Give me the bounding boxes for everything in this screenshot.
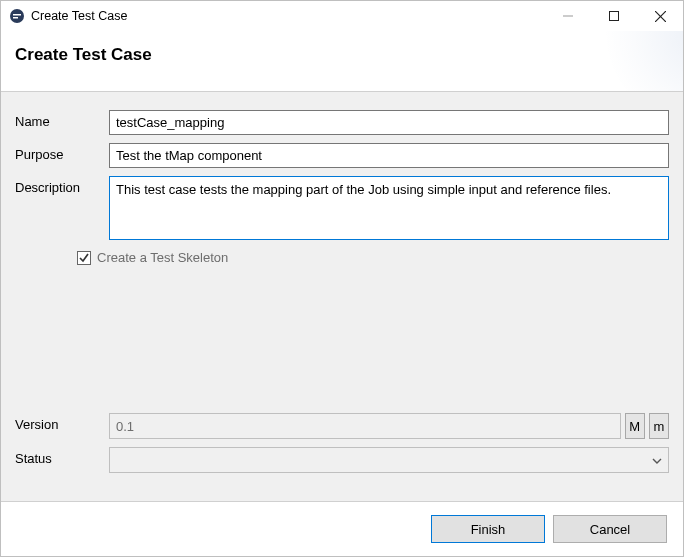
cancel-button[interactable]: Cancel (553, 515, 667, 543)
version-major-button[interactable]: M (625, 413, 645, 439)
header-decoration (573, 31, 683, 91)
dialog-heading: Create Test Case (15, 45, 665, 65)
svg-rect-4 (610, 12, 619, 21)
svg-rect-2 (13, 17, 18, 19)
finish-button[interactable]: Finish (431, 515, 545, 543)
version-input (109, 413, 621, 439)
version-minor-button[interactable]: m (649, 413, 669, 439)
label-version: Version (15, 413, 109, 432)
window-controls (545, 1, 683, 31)
dialog-header: Create Test Case (1, 31, 683, 91)
button-bar: Finish Cancel (1, 502, 683, 556)
purpose-input[interactable] (109, 143, 669, 168)
chevron-down-icon (652, 455, 662, 466)
window-title: Create Test Case (31, 9, 127, 23)
svg-point-0 (10, 9, 24, 23)
row-version: Version M m (15, 413, 669, 439)
minimize-button[interactable] (545, 1, 591, 31)
row-name: Name (15, 110, 669, 135)
spacer (1, 275, 683, 405)
titlebar: Create Test Case (1, 1, 683, 31)
form-upper: Name Purpose Description This test case … (1, 92, 683, 275)
row-description: Description This test case tests the map… (15, 176, 669, 240)
label-name: Name (15, 110, 109, 129)
close-button[interactable] (637, 1, 683, 31)
status-select[interactable] (109, 447, 669, 473)
form-area: Name Purpose Description This test case … (1, 91, 683, 502)
label-purpose: Purpose (15, 143, 109, 162)
svg-rect-1 (13, 14, 21, 16)
maximize-button[interactable] (591, 1, 637, 31)
app-icon (9, 8, 25, 24)
label-status: Status (15, 447, 109, 466)
create-test-case-dialog: Create Test Case Create Test Case Name (0, 0, 684, 557)
description-textarea[interactable]: This test case tests the mapping part of… (109, 176, 669, 240)
skeleton-label: Create a Test Skeleton (97, 250, 228, 265)
name-input[interactable] (109, 110, 669, 135)
row-purpose: Purpose (15, 143, 669, 168)
skeleton-checkbox[interactable] (77, 251, 91, 265)
row-skeleton: Create a Test Skeleton (77, 250, 669, 265)
form-lower: Version M m Status (1, 405, 683, 501)
label-description: Description (15, 176, 109, 195)
row-status: Status (15, 447, 669, 473)
